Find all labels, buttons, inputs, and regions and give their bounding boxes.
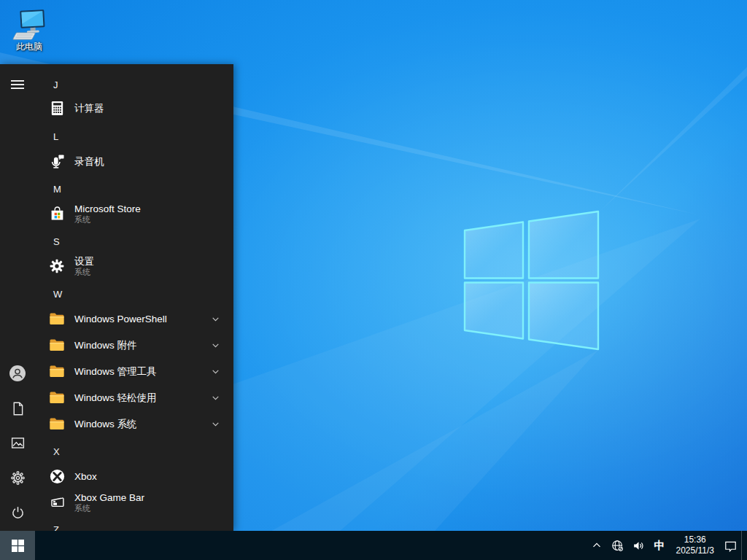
section-letter: W	[53, 289, 62, 300]
app-item-texts: Windows 管理工具	[74, 365, 157, 378]
app-item-label: 设置	[74, 255, 94, 268]
section-header-l[interactable]: L	[35, 123, 233, 149]
clock-date: 2025/11/3	[676, 545, 715, 556]
app-item-label: Windows 轻松使用	[74, 392, 157, 404]
power-icon	[10, 505, 26, 521]
section-header-w[interactable]: W	[35, 281, 233, 307]
section-letter: Z	[53, 524, 59, 532]
system-tray: 中 15:36 2025/11/3	[587, 531, 747, 560]
pictures-icon	[10, 435, 26, 451]
app-item-sublabel: 系统	[74, 504, 144, 513]
app-item-settings[interactable]: 设置系统	[35, 252, 233, 281]
rail-settings-button[interactable]	[0, 460, 35, 495]
app-item-label: Windows 管理工具	[74, 365, 157, 378]
action-center-icon	[724, 539, 738, 553]
microsoft-store-icon	[48, 205, 66, 222]
folder-icon	[48, 310, 66, 327]
chevron-down-icon[interactable]	[211, 341, 220, 350]
clock-time: 15:36	[676, 534, 715, 545]
start-button[interactable]	[0, 531, 35, 560]
settings-gear-icon	[10, 470, 26, 486]
folder-item-windows-powershell[interactable]: Windows PowerShell	[35, 306, 233, 332]
app-item-texts: Windows 系统	[74, 418, 137, 430]
tray-ime-indicator[interactable]: 中	[649, 531, 670, 560]
chevron-down-icon[interactable]	[211, 393, 220, 402]
section-header-s[interactable]: S	[35, 228, 233, 254]
start-menu: J计算器L录音机MMicrosoft Store系统S设置系统WWindows …	[0, 64, 233, 531]
folder-icon	[48, 389, 66, 406]
section-letter: X	[53, 446, 60, 457]
desktop-icon-label: 此电脑	[6, 42, 53, 52]
documents-icon	[10, 401, 26, 416]
app-item-voice-recorder[interactable]: 录音机	[35, 148, 233, 174]
app-item-calculator[interactable]: 计算器	[35, 95, 233, 121]
rail-power-button[interactable]	[0, 495, 35, 530]
app-item-texts: 设置系统	[74, 255, 94, 277]
app-item-texts: Windows 附件	[74, 339, 137, 351]
section-header-z[interactable]: Z	[35, 516, 233, 531]
folder-icon	[48, 415, 66, 432]
tray-hidden-icons-button[interactable]	[587, 531, 607, 560]
calculator-icon	[48, 99, 66, 117]
folder-icon	[48, 336, 66, 354]
xbox-icon	[48, 467, 66, 485]
app-item-xbox-game-bar[interactable]: Xbox Game Bar系统	[35, 488, 233, 517]
app-item-microsoft-store[interactable]: Microsoft Store系统	[35, 199, 233, 228]
app-item-label: Xbox	[74, 470, 97, 483]
app-item-sublabel: 系统	[74, 215, 141, 225]
app-item-label: Windows 系统	[74, 418, 137, 430]
tray-volume-button[interactable]	[628, 531, 649, 560]
section-header-m[interactable]: M	[35, 176, 233, 202]
section-letter: S	[53, 236, 60, 247]
app-item-xbox[interactable]: Xbox	[35, 463, 233, 489]
app-item-texts: Windows PowerShell	[74, 313, 167, 325]
start-menu-app-list: J计算器L录音机MMicrosoft Store系统S设置系统WWindows …	[35, 64, 233, 531]
speaker-volume-icon	[632, 539, 646, 553]
rail-documents-button[interactable]	[0, 391, 35, 426]
rail-user-button[interactable]	[0, 356, 35, 391]
folder-item-windows-system[interactable]: Windows 系统	[35, 411, 233, 437]
section-letter: L	[53, 131, 58, 142]
rail-expand-button[interactable]	[0, 67, 35, 102]
app-item-label: Xbox Game Bar	[74, 491, 144, 504]
start-menu-rail	[0, 64, 35, 531]
network-globe-no-internet-icon	[611, 539, 624, 553]
app-item-texts: Windows 轻松使用	[74, 392, 157, 404]
app-item-texts: 计算器	[74, 102, 104, 114]
app-item-sublabel: 系统	[74, 268, 94, 277]
user-avatar-icon	[9, 365, 26, 382]
section-header-j[interactable]: J	[35, 71, 233, 98]
section-letter: J	[53, 79, 58, 90]
chevron-down-icon[interactable]	[211, 314, 220, 324]
folder-item-windows-accessories[interactable]: Windows 附件	[35, 332, 233, 358]
folder-item-windows-admin-tools[interactable]: Windows 管理工具	[35, 358, 233, 384]
app-item-texts: Xbox	[74, 470, 97, 483]
app-item-texts: 录音机	[74, 155, 104, 168]
action-center-button[interactable]	[720, 531, 741, 560]
app-item-label: Windows PowerShell	[74, 313, 167, 325]
tray-network-button[interactable]	[607, 531, 628, 560]
app-item-texts: Microsoft Store系统	[74, 203, 141, 225]
tray-clock[interactable]: 15:36 2025/11/3	[670, 534, 721, 556]
chevron-up-icon	[590, 539, 603, 552]
xbox-game-bar-icon	[48, 494, 66, 511]
folder-icon	[48, 362, 66, 380]
desktop-icon-this-pc[interactable]: 此电脑	[6, 9, 53, 52]
rail-pictures-button[interactable]	[0, 425, 35, 460]
app-item-label: 录音机	[74, 155, 104, 168]
chevron-down-icon[interactable]	[211, 367, 220, 376]
show-desktop-button[interactable]	[741, 531, 747, 560]
voice-recorder-icon	[48, 152, 66, 170]
app-item-label: Windows 附件	[74, 339, 137, 351]
section-letter: M	[53, 184, 61, 195]
hamburger-icon	[10, 77, 25, 92]
section-header-x[interactable]: X	[35, 438, 233, 464]
app-item-texts: Xbox Game Bar系统	[74, 491, 144, 513]
app-item-label: Microsoft Store	[74, 203, 141, 215]
this-pc-computer-icon	[12, 9, 47, 41]
taskbar: 中 15:36 2025/11/3	[0, 531, 747, 560]
windows-start-icon	[12, 540, 24, 552]
chevron-down-icon[interactable]	[211, 419, 220, 429]
app-item-label: 计算器	[74, 102, 104, 114]
folder-item-windows-ease-of-access[interactable]: Windows 轻松使用	[35, 384, 233, 411]
